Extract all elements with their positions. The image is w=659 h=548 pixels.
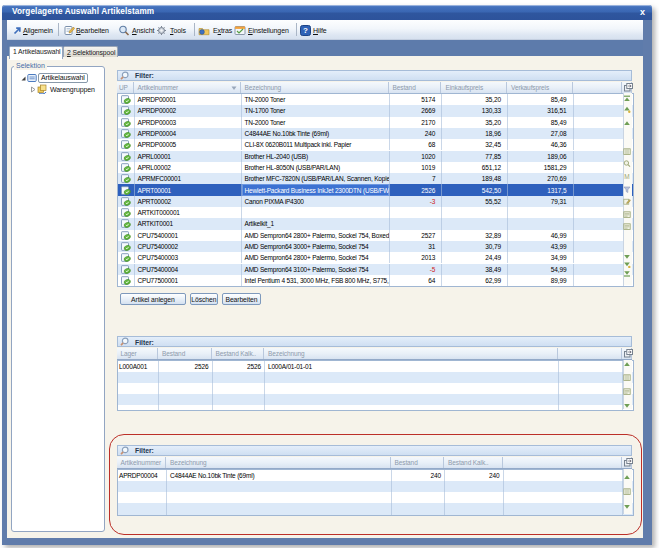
svg-text:?: ? bbox=[303, 26, 308, 35]
svg-text:M: M bbox=[625, 173, 630, 180]
